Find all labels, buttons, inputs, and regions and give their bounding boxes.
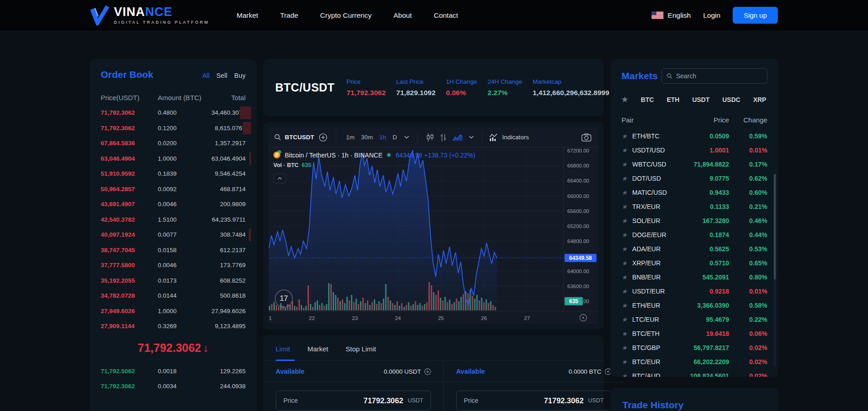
sell-order-row[interactable]: 50,964.2857 0.0092 468.8714 — [101, 182, 246, 197]
favorite-star-icon[interactable]: ★ — [621, 161, 627, 168]
pair-stat: Last Price 71,829.1092 — [396, 78, 436, 97]
interval-button[interactable]: D — [390, 134, 401, 141]
markets-scrollbar-thumb[interactable] — [774, 174, 776, 279]
favorite-star-icon[interactable]: ★ — [621, 330, 627, 337]
sell-order-row[interactable]: 51,910.9592 0.1839 9,546.4254 — [101, 166, 246, 182]
market-pair-row[interactable]: ★USDT/USD 1.0001 0.01% — [621, 143, 767, 157]
order-form-tab[interactable]: Stop Limit — [346, 335, 376, 360]
market-pair-row[interactable]: ★TRX/EUR 0.1133 0.21% — [621, 199, 767, 213]
order-form-tab[interactable]: Limit — [276, 335, 290, 360]
market-pair-row[interactable]: ★BTC/EUR 66,202.2209 0.02% — [621, 355, 767, 369]
indicators-button[interactable]: Indicators — [489, 133, 529, 142]
favorite-star-icon[interactable]: ★ — [621, 259, 627, 267]
sell-order-row[interactable]: 35,192.2055 0.0173 608.8252 — [101, 273, 246, 289]
markets-tab[interactable]: USDT — [692, 96, 709, 103]
signup-button[interactable]: Sign up — [733, 7, 778, 24]
buy-order-row[interactable]: 71,792.5062 0.0018 129.2265 — [101, 364, 246, 379]
buy-price-input[interactable] — [303, 396, 403, 405]
market-pair-row[interactable]: ★MATIC/USD 0.9433 0.60% — [621, 185, 767, 199]
favorite-star-icon[interactable]: ★ — [621, 344, 627, 351]
sell-order-row[interactable]: 42,540.3782 1.5100 64,235.9711 — [101, 212, 246, 228]
compare-add-button[interactable] — [317, 132, 329, 143]
market-pair-row[interactable]: ★DOGE/EUR 0.1874 0.44% — [621, 228, 767, 242]
markets-tab[interactable]: ETH — [667, 96, 679, 103]
market-pair-row[interactable]: ★XRP/EUR 0.5710 0.65% — [621, 256, 767, 270]
favorite-star-icon[interactable]: ★ — [621, 245, 627, 253]
order-amount: 0.0077 — [158, 231, 201, 238]
favorite-star-icon[interactable]: ★ — [621, 288, 627, 295]
symbol-search-button[interactable]: BTCUSDT — [274, 134, 314, 141]
legend-collapse-button[interactable] — [273, 173, 286, 183]
order-book-filter[interactable]: Sell — [216, 72, 227, 79]
sell-order-row[interactable]: 34,782.0728 0.0144 500.8618 — [101, 288, 246, 304]
sell-order-row[interactable]: 71,792.3062 0.1200 8,615.0767 — [101, 121, 246, 136]
candles-style-icon[interactable] — [425, 132, 436, 143]
sell-order-row[interactable]: 63,046.4904 1.0000 63,046.4904 — [101, 151, 246, 167]
nav-link[interactable]: Contact — [434, 11, 458, 20]
sell-price-input[interactable] — [483, 396, 584, 405]
deposit-plus-icon[interactable] — [424, 368, 431, 375]
market-pair-row[interactable]: ★SOL/EUR 167.3280 0.46% — [621, 213, 767, 228]
area-style-button[interactable] — [451, 132, 465, 143]
order-book-filter[interactable]: All — [202, 72, 210, 79]
market-pair-row[interactable]: ★ETH/EUR 3,366.0390 0.58% — [621, 298, 767, 312]
sell-order-row[interactable]: 43,691.4907 0.0046 200.9809 — [101, 197, 246, 212]
market-pair-row[interactable]: ★BTC/ETH 19.6418 0.06% — [621, 326, 767, 340]
favorites-tab-star-icon[interactable]: ★ — [621, 95, 628, 104]
nav-link[interactable]: Market — [236, 11, 258, 20]
sell-order-row[interactable]: 27,909.1144 0.3269 9,123.4895 — [101, 319, 246, 334]
market-pair-row[interactable]: ★LTC/EUR 95.4679 0.22% — [621, 312, 767, 326]
favorite-star-icon[interactable]: ★ — [621, 147, 627, 154]
markets-search-input[interactable] — [676, 72, 762, 80]
favorite-star-icon[interactable]: ★ — [621, 217, 627, 224]
sell-order-row[interactable]: 38,747.7045 0.0158 612.2137 — [101, 243, 246, 258]
interval-button[interactable]: 1h — [376, 134, 390, 141]
timezone-clock-icon[interactable] — [580, 315, 587, 321]
sell-order-row[interactable]: 27,949.6026 1.0000 27,949.6026 — [101, 304, 246, 319]
order-book-filter[interactable]: Buy — [234, 72, 246, 79]
sell-order-row[interactable]: 67,864.5836 0.0200 1,357.2917 — [101, 136, 246, 151]
pair-name: USDT/USD — [632, 147, 665, 154]
nav-link[interactable]: Crypto Currency — [320, 11, 372, 20]
favorite-star-icon[interactable]: ★ — [621, 203, 627, 210]
favorite-star-icon[interactable]: ★ — [621, 358, 627, 365]
market-pair-row[interactable]: ★BNB/EUR 545.2091 0.80% — [621, 270, 767, 284]
buy-order-row[interactable]: 71,792.3062 0.0034 244.0938 — [101, 379, 246, 394]
interval-button[interactable]: 1m — [343, 134, 358, 141]
sell-order-row[interactable]: 40,097.1924 0.0077 308.7484 — [101, 227, 246, 243]
order-form-tab[interactable]: Market — [308, 335, 329, 360]
favorite-star-icon[interactable]: ★ — [621, 175, 627, 182]
interval-dropdown-button[interactable] — [403, 134, 411, 140]
market-pair-row[interactable]: ★USDT/EUR 0.9218 0.01% — [621, 284, 767, 298]
market-pair-row[interactable]: ★BTC/GBP 56,797.8217 0.02% — [621, 340, 767, 355]
favorite-star-icon[interactable]: ★ — [621, 132, 627, 140]
tradingview-logo[interactable]: 17 — [275, 289, 293, 308]
language-selector[interactable]: English — [652, 11, 691, 20]
market-pair-row[interactable]: ★BTC/AUD 108,824.5601 0.02% — [621, 369, 767, 377]
favorite-star-icon[interactable]: ★ — [621, 372, 627, 377]
tradingview-logo-text: 17 — [280, 294, 288, 303]
market-pair-row[interactable]: ★WBTC/USD 71,894.8822 0.17% — [621, 157, 767, 171]
markets-tab[interactable]: USDC — [722, 96, 740, 103]
screenshot-button[interactable] — [580, 132, 593, 143]
login-link[interactable]: Login — [703, 11, 720, 20]
favorite-star-icon[interactable]: ★ — [621, 274, 627, 281]
market-pair-row[interactable]: ★ADA/EUR 0.5625 0.53% — [621, 242, 767, 256]
markets-tab[interactable]: BTC — [641, 96, 654, 103]
markets-tab[interactable]: XRP — [753, 96, 766, 103]
market-pair-row[interactable]: ★DOT/USD 9.0775 0.62% — [621, 171, 767, 185]
interval-button[interactable]: 30m — [358, 134, 376, 141]
sell-order-row[interactable]: 71,792.3062 0.4800 34,460.3070 — [101, 105, 246, 121]
nav-link[interactable]: Trade — [280, 11, 298, 20]
style-dropdown-button[interactable] — [467, 134, 475, 140]
order-price: 71,792.3062 — [101, 383, 158, 390]
market-pair-row[interactable]: ★ETH/BTC 0.0509 0.59% — [621, 129, 767, 143]
favorite-star-icon[interactable]: ★ — [621, 189, 627, 196]
sell-order-row[interactable]: 37,777.5800 0.0046 173.7769 — [101, 258, 246, 273]
favorite-star-icon[interactable]: ★ — [621, 231, 627, 238]
favorite-star-icon[interactable]: ★ — [621, 302, 627, 309]
hollow-candles-style-icon[interactable] — [438, 132, 448, 143]
favorite-star-icon[interactable]: ★ — [621, 316, 627, 323]
nav-link[interactable]: About — [393, 11, 412, 20]
vinance-logo[interactable]: VINANCE DIGITAL TRADING PLATFORM — [90, 5, 209, 25]
